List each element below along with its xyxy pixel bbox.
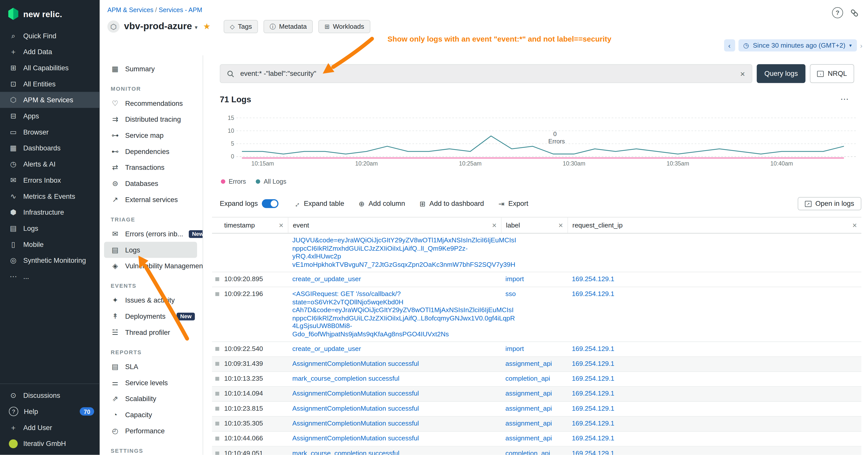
clear-column-label-icon[interactable]: × bbox=[558, 221, 563, 229]
metadata-button[interactable]: ⓘMetadata bbox=[264, 20, 313, 33]
log-row[interactable]: 10:10:44.066AssignmentCompletionMutation… bbox=[212, 431, 861, 447]
log-event-link[interactable]: cAh7D&code=eyJraWQiOiJjcGItY29yZV8wOTl1M… bbox=[292, 306, 496, 314]
log-label-link[interactable]: import bbox=[505, 345, 524, 353]
log-ip-link[interactable]: 169.254.129.1 bbox=[572, 404, 615, 413]
expand-logs-toggle[interactable]: Expand logs bbox=[220, 199, 278, 208]
sidebar-item-all-capabilities[interactable]: ⊞All Capabilities bbox=[0, 60, 99, 76]
log-row[interactable]: JUQVU&code=eyJraWQiOiJjcGItY29yZV8wOTl1M… bbox=[212, 233, 861, 272]
log-row[interactable]: 10:10:14.094AssignmentCompletionMutation… bbox=[212, 387, 861, 401]
breadcrumb[interactable]: APM & Services / Services - APM bbox=[107, 6, 202, 13]
sidebar-item-all-entities[interactable]: ⊡All Entities bbox=[0, 76, 99, 92]
row-select-checkbox[interactable] bbox=[215, 347, 219, 351]
subnav-item-vulnerability-management[interactable]: ◈Vulnerability Management bbox=[99, 258, 203, 274]
log-label-link[interactable]: assignment_api bbox=[505, 434, 552, 442]
log-event-link[interactable]: <ASGIRequest: GET '/sso/callback/?state=… bbox=[292, 290, 496, 306]
subnav-item-recommendations[interactable]: ♡Recommendations bbox=[99, 95, 203, 111]
sidebar-item-discussions[interactable]: ⊙Discussions bbox=[0, 388, 99, 403]
sidebar-item-account[interactable]: Iterativ GmbH bbox=[0, 435, 99, 452]
sidebar-item-add-data[interactable]: ＋Add Data bbox=[0, 44, 99, 60]
add-column-button[interactable]: ⊕Add column bbox=[359, 199, 405, 208]
subnav-item-summary[interactable]: ▦Summary bbox=[99, 61, 203, 77]
log-event-link[interactable]: create_or_update_user bbox=[292, 345, 496, 353]
subnav-item-external-services[interactable]: ↗External services bbox=[99, 192, 203, 207]
breadcrumb-services-apm[interactable]: Services - APM bbox=[159, 6, 203, 13]
log-row[interactable]: 10:10:49.051mark_course_completion succe… bbox=[212, 447, 861, 455]
new-relic-logo[interactable]: new relic. bbox=[0, 0, 99, 25]
subnav-item-dependencies[interactable]: ⊷Dependencies bbox=[99, 143, 203, 160]
sidebar-item-mobile[interactable]: ▯Mobile bbox=[0, 236, 99, 253]
row-select-checkbox[interactable] bbox=[215, 436, 219, 441]
query-logs-button[interactable]: Query logs bbox=[756, 64, 806, 83]
log-event-link[interactable]: mark_course_completion successful bbox=[292, 375, 496, 383]
row-select-checkbox[interactable] bbox=[215, 407, 219, 411]
sidebar-item-apm-services[interactable]: ⬡APM & Services bbox=[0, 92, 99, 108]
sidebar-item-synthetic-monitoring[interactable]: ◎Synthetic Monitoring bbox=[0, 253, 99, 268]
legend-errors[interactable]: Errors bbox=[221, 178, 246, 185]
sidebar-item-errors-inbox[interactable]: ✉Errors Inbox bbox=[0, 172, 99, 188]
add-to-dashboard-button[interactable]: ⊞Add to dashboard bbox=[420, 199, 484, 208]
row-select-checkbox[interactable] bbox=[215, 392, 219, 395]
log-label-link[interactable]: assignment_api bbox=[505, 404, 552, 413]
row-select-checkbox[interactable] bbox=[215, 277, 219, 281]
log-ip-link[interactable]: 169.254.129.1 bbox=[572, 360, 615, 367]
subnav-item-scalability[interactable]: ⇗Scalability bbox=[99, 391, 203, 407]
toggle-on[interactable] bbox=[261, 199, 278, 208]
sidebar-item-help[interactable]: ?Help70 bbox=[0, 403, 99, 420]
column-header-timestamp[interactable]: timestamp× bbox=[212, 218, 288, 233]
sidebar-item-apps[interactable]: ⊟Apps bbox=[0, 108, 99, 124]
clear-column-request-client-ip-icon[interactable]: × bbox=[852, 221, 857, 229]
log-ip-link[interactable]: 169.254.129.1 bbox=[572, 420, 615, 427]
log-label-link[interactable]: assignment_api bbox=[505, 420, 552, 427]
log-ip-link[interactable]: 169.254.129.1 bbox=[572, 275, 615, 283]
more-options-icon[interactable]: ⋯ bbox=[840, 94, 849, 104]
log-event-link[interactable]: vE1moHpkhokTVBvguN7_72JtGzGsqxZpn2OaKc3n… bbox=[292, 260, 496, 268]
subnav-item-performance[interactable]: ◴Performance bbox=[99, 423, 203, 439]
log-event-link[interactable]: nppcCI6IkRlZmxhdGUiLCJzZXIiOiIxLjAifQ..l… bbox=[292, 245, 496, 260]
sidebar-item-more[interactable]: ⋯... bbox=[0, 268, 99, 285]
favorite-star-icon[interactable]: ★ bbox=[203, 22, 211, 32]
log-event-link[interactable]: JUQVU&code=eyJraWQiOiJjcGItY29yZV8wOTl1M… bbox=[292, 236, 496, 245]
workloads-button[interactable]: ⊞Workloads bbox=[318, 20, 370, 33]
sidebar-item-browser[interactable]: ▭Browser bbox=[0, 124, 99, 140]
log-label-link[interactable]: completion_api bbox=[505, 450, 550, 455]
expand-table-button[interactable]: ↔Expand table bbox=[292, 199, 344, 208]
log-search-bar[interactable]: × bbox=[220, 64, 752, 83]
sidebar-item-metrics-events[interactable]: ∿Metrics & Events bbox=[0, 188, 99, 204]
row-select-checkbox[interactable] bbox=[215, 452, 219, 455]
column-header-event[interactable]: event× bbox=[288, 218, 501, 233]
log-event-link[interactable]: AssignmentCompletionMutation successful bbox=[292, 360, 496, 368]
clear-column-event-icon[interactable]: × bbox=[492, 221, 496, 229]
log-label-link[interactable]: assignment_api bbox=[505, 360, 552, 367]
subnav-item-transactions[interactable]: ⇄Transactions bbox=[99, 160, 203, 175]
log-event-link[interactable]: 4LgSjsuUW8B0Mi8-Gdo_f6ofWhjpatNs9jaMs9qK… bbox=[292, 322, 496, 338]
log-row[interactable]: 10:09:20.895create_or_update_userimport1… bbox=[212, 272, 861, 287]
legend-all-logs[interactable]: All Logs bbox=[256, 178, 286, 185]
sidebar-item-logs[interactable]: ▤Logs bbox=[0, 220, 99, 236]
subnav-item-logs[interactable]: ▤Logs bbox=[104, 242, 197, 258]
row-select-checkbox[interactable] bbox=[215, 292, 219, 296]
subnav-item-issues-activity[interactable]: ✦Issues & activity bbox=[99, 292, 203, 308]
log-event-link[interactable]: AssignmentCompletionMutation successful bbox=[292, 390, 496, 397]
log-label-link[interactable]: completion_api bbox=[505, 375, 550, 383]
log-ip-link[interactable]: 169.254.129.1 bbox=[572, 450, 615, 455]
subnav-item-service-levels[interactable]: ⚌Service levels bbox=[99, 375, 203, 391]
subnav-item-distributed-tracing[interactable]: ⇉Distributed tracing bbox=[99, 111, 203, 127]
nrql-button[interactable]: ›NRQL bbox=[810, 64, 854, 83]
log-event-link[interactable]: AssignmentCompletionMutation successful bbox=[292, 420, 496, 427]
export-button[interactable]: ⇥Export bbox=[498, 199, 528, 208]
log-event-link[interactable]: nppcCI6IkRlZmxhdGUiLCJzZXIiOiIxLjAifQ..L… bbox=[292, 314, 496, 322]
subnav-item-errors-errors-inb[interactable]: ✉Errors (errors inb...New bbox=[99, 226, 203, 242]
sidebar-item-dashboards[interactable]: ▦Dashboards bbox=[0, 140, 99, 156]
sidebar-item-infrastructure[interactable]: ⬢Infrastructure bbox=[0, 204, 99, 220]
log-query-input[interactable] bbox=[239, 69, 735, 78]
log-row[interactable]: 10:10:13.235mark_course_completion succe… bbox=[212, 372, 861, 387]
chevron-down-icon[interactable]: ▾ bbox=[195, 25, 197, 31]
subnav-item-databases[interactable]: ⊜Databases bbox=[99, 175, 203, 192]
log-row[interactable]: 10:09:22.196<ASGIRequest: GET '/sso/call… bbox=[212, 287, 861, 342]
sidebar-item-alerts-ai[interactable]: ◷Alerts & AI bbox=[0, 156, 99, 172]
tags-button[interactable]: ◇Tags bbox=[224, 20, 258, 33]
sidebar-item-add-user[interactable]: ＋Add User bbox=[0, 420, 99, 435]
log-event-link[interactable]: mark_course_completion successful bbox=[292, 450, 496, 455]
row-select-checkbox[interactable] bbox=[215, 422, 219, 425]
subnav-item-thread-profiler[interactable]: ☱Thread profiler bbox=[99, 324, 203, 340]
